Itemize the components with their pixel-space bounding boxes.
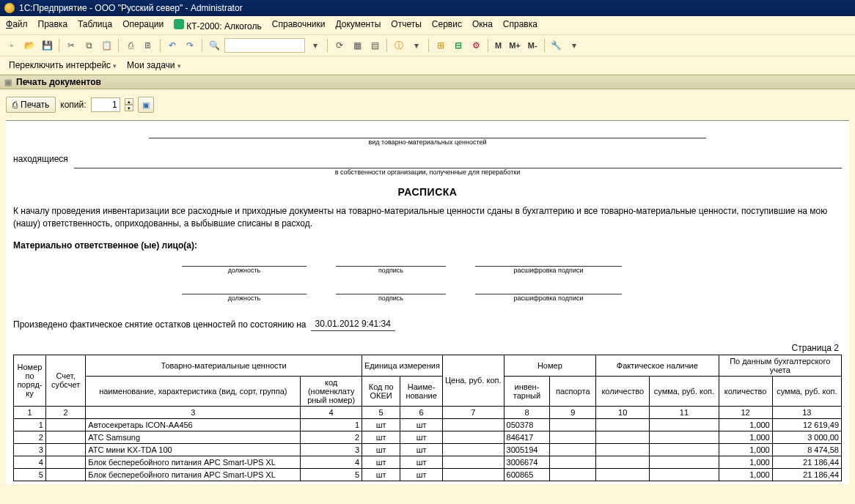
receipt-title: РАСПИСКА <box>13 186 842 198</box>
menu-table[interactable]: Таблица <box>78 19 112 32</box>
table-row[interactable]: 3АТС мини KX-TDA 1003штшт30051941,0008 4… <box>14 443 842 456</box>
col-num: 5 <box>362 406 400 418</box>
table-row[interactable]: 4Блок бесперебойного питания APC Smart-U… <box>14 456 842 468</box>
th-book-sum: сумма, руб. коп. <box>772 376 841 406</box>
search-icon[interactable]: 🔍 <box>207 38 221 53</box>
preview-icon[interactable]: 🗎 <box>141 38 155 53</box>
main-toolbar: ▫ 📂 💾 ✂ ⧉ 📋 ⎙ 🗎 ↶ ↷ 🔍 ▾ ⟳ ▦ ▤ ⓘ ▾ ⊞ ⊟ ⚙ … <box>0 35 855 56</box>
th-fact: Фактическое наличие <box>596 355 719 376</box>
th-num: Номер по поряд-ку <box>14 355 46 406</box>
menu-reports[interactable]: Отчеты <box>391 19 421 32</box>
menu-help[interactable]: Справка <box>503 19 537 32</box>
new-doc-icon[interactable]: ▫ <box>4 38 19 53</box>
m-btn[interactable]: M <box>493 41 504 50</box>
window-title: 1С:Предприятие - ООО "Русский север" - A… <box>19 0 243 16</box>
spin-down-icon[interactable]: ▾ <box>125 105 133 111</box>
search-down-icon[interactable]: ▾ <box>308 38 323 53</box>
printer-icon: ⎙ <box>12 100 18 110</box>
th-account: Счет, субсчет <box>45 355 85 406</box>
owned-line[interactable] <box>74 158 842 168</box>
th-okei: Код по ОКЕИ <box>362 376 400 406</box>
grid1-icon[interactable]: ▦ <box>350 38 364 53</box>
arrow-icon[interactable]: ▾ <box>409 38 424 53</box>
fact-label: Произведено фактическое снятие остатков … <box>13 319 307 331</box>
m-plus-btn[interactable]: M+ <box>507 41 523 50</box>
decode-line-2[interactable] <box>475 284 622 294</box>
calendar-icon[interactable]: ⊟ <box>451 38 466 53</box>
col-num: 4 <box>301 406 362 418</box>
copies-spinner[interactable]: ▴ ▾ <box>125 98 133 111</box>
position-line-2[interactable] <box>182 284 307 294</box>
copies-input[interactable] <box>91 97 120 112</box>
position-line-1[interactable] <box>182 256 307 267</box>
th-unit-name: Наиме-нование <box>400 376 443 406</box>
menu-service[interactable]: Сервис <box>432 19 462 32</box>
calc-icon[interactable]: ⊞ <box>433 38 448 53</box>
copy-icon[interactable]: ⧉ <box>81 38 96 53</box>
my-tasks-btn[interactable]: Мои задачи <box>124 59 183 72</box>
th-num-pass: паспорта <box>550 376 596 406</box>
print-button[interactable]: ⎙ Печать <box>6 97 56 113</box>
sub-toolbar: Переключить интерфейс Мои задачи <box>0 56 855 75</box>
fact-date: 30.01.2012 9:41:34 <box>311 318 395 331</box>
document-body: вид товарно-материальных ценностей наход… <box>6 120 849 484</box>
th-num-inv: инвен-тарный <box>504 376 550 406</box>
tmc-type-line[interactable] <box>149 128 706 138</box>
document-toolbar: ⎙ Печать копий: ▴ ▾ ▣ <box>6 97 849 113</box>
th-number: Номер <box>504 355 596 376</box>
col-num: 12 <box>719 406 772 418</box>
table-row[interactable]: 1Автосекретарь ICON-AA4561штшт0503781,00… <box>14 418 842 431</box>
table-row[interactable]: 5Блок бесперебойного питания APC Smart-U… <box>14 468 842 481</box>
print-icon[interactable]: ⎙ <box>123 38 138 53</box>
cut-icon[interactable]: ✂ <box>64 38 78 53</box>
th-unit: Единица измерения <box>362 355 443 376</box>
responsible-label: Материально ответственное (ые) лицо(а): <box>13 240 842 252</box>
table-row[interactable]: 2АТС Samsung2штшт8464171,0003 000,00 <box>14 431 842 443</box>
th-tmc-name: наименование, характеристика (вид, сорт,… <box>86 376 301 406</box>
redo-icon[interactable]: ↷ <box>183 38 197 53</box>
th-book: По данным бухгалтерского учета <box>719 355 842 376</box>
tmc-type-caption: вид товарно-материальных ценностей <box>13 138 842 146</box>
sign-line-1[interactable] <box>336 256 446 267</box>
refresh-icon[interactable]: ⟳ <box>332 38 347 53</box>
col-num: 8 <box>504 406 550 418</box>
page-number: Страница 2 <box>13 343 839 353</box>
undo-icon[interactable]: ↶ <box>165 38 180 53</box>
menu-edit[interactable]: Правка <box>38 19 68 32</box>
kt-icon <box>174 19 184 29</box>
m-minus-btn[interactable]: M- <box>526 41 540 50</box>
search-combo[interactable] <box>224 38 305 53</box>
wrench-icon[interactable]: 🔧 <box>549 38 564 53</box>
more-icon[interactable]: ▾ <box>567 38 581 53</box>
menu-file[interactable]: Файл <box>6 19 28 32</box>
preview-button[interactable]: ▣ <box>138 97 154 113</box>
menu-catalog[interactable]: Справочники <box>272 19 326 32</box>
tab-close-icon[interactable]: ▣ <box>4 78 13 86</box>
open-icon[interactable]: 📂 <box>22 38 37 53</box>
switch-interface-btn[interactable]: Переключить интерфейс <box>6 59 120 72</box>
save-icon[interactable]: 💾 <box>40 38 54 53</box>
menu-kt2000[interactable]: КТ-2000: Алкоголь <box>174 19 262 32</box>
col-num: 6 <box>400 406 443 418</box>
menu-documents[interactable]: Документы <box>336 19 381 32</box>
info-icon[interactable]: ⓘ <box>392 38 406 53</box>
app-logo-icon <box>4 3 15 13</box>
tool-icon[interactable]: ⚙ <box>469 38 483 53</box>
owned-caption: в собственности организации, полученные … <box>13 168 842 176</box>
th-book-qty: количество <box>719 376 772 406</box>
paste-icon[interactable]: 📋 <box>99 38 114 53</box>
main-menu: Файл Правка Таблица Операции КТ-2000: Ал… <box>0 16 855 35</box>
sign-line-2[interactable] <box>336 284 446 294</box>
col-num: 11 <box>650 406 719 418</box>
document-tab-header: ▣ Печать документов <box>0 75 855 89</box>
signature-row-1: должность подпись расшифровка подписи <box>182 256 842 274</box>
spin-up-icon[interactable]: ▴ <box>125 98 133 105</box>
menu-operations[interactable]: Операции <box>122 19 164 32</box>
col-num: 3 <box>86 406 301 418</box>
signature-row-2: должность подпись расшифровка подписи <box>182 284 842 302</box>
th-tmc-code: код (номенклату рный номер) <box>301 376 362 406</box>
menu-windows[interactable]: Окна <box>472 19 493 32</box>
decode-line-1[interactable] <box>475 256 622 267</box>
grid2-icon[interactable]: ▤ <box>367 38 382 53</box>
inventory-table: Номер по поряд-ку Счет, субсчет Товарно-… <box>13 355 842 481</box>
